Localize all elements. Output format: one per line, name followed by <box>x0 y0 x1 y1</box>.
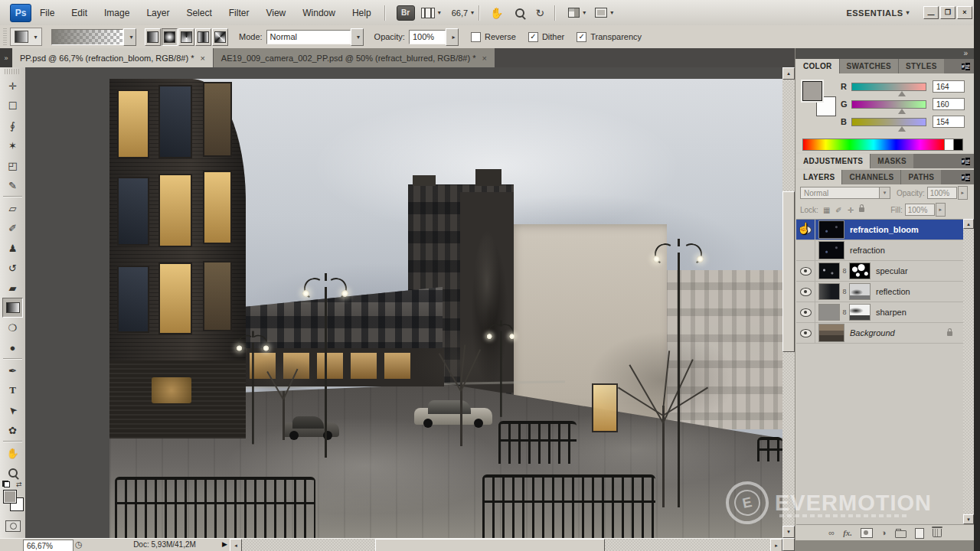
gradient-picker-dropdown[interactable]: ▾ <box>123 28 136 46</box>
new-adjustment-layer-icon[interactable]: ◑ <box>881 529 887 537</box>
hand-tool-shortcut-icon[interactable]: ✋ <box>490 7 503 19</box>
layer-blend-mode-select[interactable]: Normal ▾ <box>800 187 890 199</box>
ramp-white-swatch[interactable] <box>945 139 954 151</box>
path-selection-tool[interactable]: ➤ <box>2 400 23 420</box>
move-tool[interactable]: ✛ <box>2 76 23 96</box>
layer-row-reflection[interactable]: 8 reflection <box>796 282 963 302</box>
opacity-slider-button[interactable]: ▸ <box>958 186 968 200</box>
document-canvas[interactable] <box>109 79 782 538</box>
tab-styles[interactable]: STYLES <box>898 59 944 73</box>
zoom-tool-shortcut-icon[interactable] <box>515 8 524 18</box>
horizontal-scroll-thumb[interactable] <box>375 539 605 551</box>
mask-link-icon[interactable]: 8 <box>840 308 849 316</box>
layer-thumbnail[interactable] <box>818 262 840 279</box>
layer-list-scrollbar[interactable]: ▴ ▾ <box>963 219 974 524</box>
chevron-down-icon[interactable]: ▾ <box>583 9 586 16</box>
eyedropper-tool[interactable]: ✎ <box>2 175 23 195</box>
lasso-tool[interactable]: ∮ <box>2 116 23 135</box>
menu-layer[interactable]: Layer <box>138 0 178 25</box>
blur-tool[interactable]: ❍ <box>2 318 23 337</box>
gradient-tool[interactable] <box>2 298 23 318</box>
menu-file[interactable]: File <box>31 0 63 25</box>
default-colors-icon[interactable] <box>2 481 10 487</box>
layer-thumbnail[interactable] <box>818 304 840 321</box>
arrange-documents-icon[interactable] <box>568 8 580 18</box>
workspace-switcher[interactable]: ESSENTIALS ▾ <box>846 8 910 18</box>
gripper[interactable] <box>3 28 7 45</box>
green-value-input[interactable]: 160 <box>933 98 965 110</box>
layer-opacity-input[interactable]: 100% <box>927 187 957 199</box>
layer-name[interactable]: refraction <box>850 246 885 255</box>
linear-gradient-button[interactable] <box>145 28 161 46</box>
layer-thumbnail[interactable] <box>818 241 844 259</box>
canvas-horizontal-scrollbar[interactable]: ◂ ▸ <box>230 539 782 551</box>
layer-visibility-toggle[interactable] <box>796 261 815 281</box>
magic-wand-tool[interactable]: ✶ <box>2 135 23 155</box>
reflected-gradient-button[interactable] <box>195 28 211 46</box>
panel-menu-icon[interactable]: ▾ ≡ <box>962 59 974 73</box>
green-slider[interactable] <box>851 100 926 109</box>
layer-row-refraction[interactable]: refraction <box>796 240 963 261</box>
tab-swatches[interactable]: SWATCHES <box>839 59 898 73</box>
link-layers-icon[interactable]: ∞ <box>828 529 835 537</box>
close-button[interactable]: × <box>957 6 972 19</box>
opacity-slider-button[interactable]: ▸ <box>446 28 459 46</box>
fill-input[interactable]: 100% <box>905 204 935 216</box>
type-tool[interactable]: T <box>2 380 23 400</box>
document-tab-inactive[interactable]: AE19_009_camera_002_PP.psd @ 50% (refrac… <box>213 48 495 67</box>
new-group-icon[interactable] <box>895 530 906 538</box>
menu-edit[interactable]: Edit <box>63 0 96 25</box>
layer-thumbnail[interactable] <box>818 220 844 239</box>
scroll-left-button[interactable]: ◂ <box>230 539 242 551</box>
history-brush-tool[interactable]: ↺ <box>2 258 23 278</box>
lock-transparency-icon[interactable]: ▦ <box>823 206 830 214</box>
foreground-color-swatch[interactable] <box>3 490 17 504</box>
layer-row-specular[interactable]: 8 specular <box>796 261 963 282</box>
layer-name[interactable]: Background <box>850 328 895 337</box>
menu-view[interactable]: View <box>257 0 294 25</box>
transparency-checkbox-box[interactable]: ✓ <box>577 32 586 42</box>
layer-mask-thumbnail[interactable] <box>849 283 871 300</box>
chevron-down-icon[interactable]: ▾ <box>471 9 474 16</box>
chevron-down-icon[interactable]: ▾ <box>610 9 613 16</box>
pen-tool[interactable]: ✒ <box>2 360 23 380</box>
color-spectrum-ramp[interactable] <box>802 139 945 151</box>
layer-visibility-toggle[interactable] <box>796 323 815 343</box>
reverse-checkbox-box[interactable] <box>471 32 481 42</box>
layer-thumbnail[interactable] <box>818 324 844 342</box>
reverse-checkbox[interactable]: Reverse <box>471 32 516 42</box>
blue-value-input[interactable]: 154 <box>933 116 965 128</box>
layer-style-icon[interactable]: fx. <box>843 529 852 537</box>
canvas-pasteboard[interactable] <box>25 67 782 538</box>
blue-slider[interactable] <box>851 118 926 126</box>
lock-all-icon[interactable] <box>859 207 864 212</box>
menu-filter[interactable]: Filter <box>220 0 258 25</box>
rectangular-marquee-tool[interactable]: ☐ <box>2 96 23 116</box>
lock-pixels-icon[interactable]: ✐ <box>835 206 841 214</box>
collapse-chevron-icon[interactable]: » <box>0 48 12 67</box>
mask-link-icon[interactable]: 8 <box>840 267 849 275</box>
zoom-level-combo[interactable]: 66,7 ▾ <box>452 8 474 18</box>
tab-channels[interactable]: CHANNELS <box>841 170 900 184</box>
tab-layers[interactable]: LAYERS <box>796 170 841 184</box>
dither-checkbox-box[interactable]: ✓ <box>528 32 538 42</box>
radial-gradient-button[interactable] <box>162 28 178 46</box>
layer-name[interactable]: specular <box>876 266 908 276</box>
brush-tool[interactable]: ✐ <box>2 218 23 238</box>
scroll-up-button[interactable]: ▴ <box>782 67 795 80</box>
tab-paths[interactable]: PATHS <box>900 170 941 184</box>
quick-mask-button[interactable] <box>5 520 21 532</box>
blue-slider-thumb[interactable] <box>898 126 906 132</box>
menu-window[interactable]: Window <box>294 0 344 25</box>
foreground-color-well[interactable] <box>802 81 822 101</box>
diamond-gradient-button[interactable] <box>212 28 228 46</box>
restore-button[interactable]: ❐ <box>940 6 956 19</box>
launch-bridge-button[interactable]: Br <box>397 5 415 21</box>
layer-mask-thumbnail[interactable] <box>849 304 871 321</box>
layer-name[interactable]: sharpen <box>876 308 906 317</box>
hand-tool[interactable]: ✋ <box>2 443 23 463</box>
canvas-vertical-scrollbar[interactable]: ▴ ▾ <box>782 67 795 538</box>
ramp-black-swatch[interactable] <box>954 139 963 151</box>
custom-shape-tool[interactable]: ✿ <box>2 420 23 440</box>
clone-stamp-tool[interactable]: ♟ <box>2 238 23 258</box>
